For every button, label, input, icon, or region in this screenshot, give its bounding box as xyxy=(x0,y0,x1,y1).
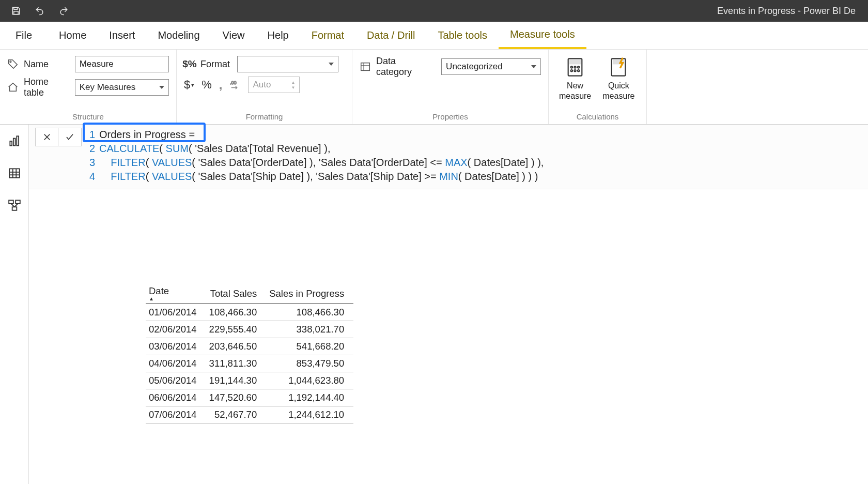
svg-point-10 xyxy=(574,66,576,68)
calculator-icon xyxy=(564,56,586,79)
group-label-formatting: Formatting xyxy=(184,110,345,124)
chevron-down-icon xyxy=(329,63,334,66)
svg-rect-8 xyxy=(570,61,580,64)
quick-measure-button[interactable]: Quick measure xyxy=(599,56,638,101)
currency-button[interactable]: $ ▾ xyxy=(184,78,194,92)
ribbon-group-formatting: $% Format $ ▾ % , .00 Auto xyxy=(177,50,352,124)
tag-icon xyxy=(7,58,19,70)
chevron-down-icon xyxy=(159,86,164,89)
format-dropdown[interactable] xyxy=(237,56,338,72)
formula-commit-button[interactable] xyxy=(58,128,81,146)
code-line: 3 FILTER( VALUES( 'Sales Data'[OrderDate… xyxy=(87,156,868,170)
chevron-down-icon xyxy=(531,65,536,68)
formula-editor[interactable]: 1Orders in Progress =2CALCULATE( SUM( 'S… xyxy=(87,125,868,189)
new-measure-button[interactable]: New measure xyxy=(556,56,594,101)
svg-point-14 xyxy=(578,70,579,71)
undo-icon[interactable] xyxy=(34,5,45,17)
table-row[interactable]: 01/06/2014108,466.30108,466.30 xyxy=(146,304,353,321)
column-header[interactable]: Date xyxy=(146,282,206,304)
svg-text:.00: .00 xyxy=(230,80,237,85)
percent-button[interactable]: % xyxy=(202,78,212,92)
ribbon: Name Measure Home table Key Measures Str… xyxy=(0,50,868,125)
window-title: Events in Progress - Power BI De xyxy=(717,6,858,17)
svg-rect-4 xyxy=(361,63,370,71)
quick-access-toolbar xyxy=(10,5,69,17)
svg-rect-25 xyxy=(9,200,13,204)
data-view-button[interactable] xyxy=(6,165,23,182)
datacat-value: Uncategorized xyxy=(446,62,503,72)
workspace: 1Orders in Progress =2CALCULATE( SUM( 'S… xyxy=(0,125,868,484)
formula-cancel-button[interactable] xyxy=(36,128,58,146)
group-label-calculations: Calculations xyxy=(556,110,639,124)
table-row[interactable]: 04/06/2014311,811.30853,479.50 xyxy=(146,355,353,372)
svg-rect-18 xyxy=(13,139,15,146)
new-measure-label: New measure xyxy=(559,81,591,101)
ribbon-tabs: File HomeInsertModelingViewHelpFormatDat… xyxy=(0,22,868,50)
hometable-value: Key Measures xyxy=(80,82,136,93)
name-value: Measure xyxy=(80,59,114,69)
thousands-button[interactable]: , xyxy=(219,78,223,92)
save-icon[interactable] xyxy=(10,5,22,17)
table-row[interactable]: 07/06/201452,467.701,244,612.10 xyxy=(146,406,353,424)
redo-icon[interactable] xyxy=(58,5,69,17)
tab-measure-tools[interactable]: Measure tools xyxy=(499,22,586,49)
decimal-places-input[interactable]: Auto ▲▼ xyxy=(248,77,300,93)
titlebar: Events in Progress - Power BI De xyxy=(0,0,868,22)
views-rail xyxy=(0,125,29,484)
format-label: Format xyxy=(200,59,230,70)
quick-measure-label: Quick measure xyxy=(602,81,634,101)
tab-data-drill[interactable]: Data / Drill xyxy=(355,22,426,49)
data-category-icon xyxy=(360,61,371,72)
report-view-button[interactable] xyxy=(6,133,23,149)
table-row[interactable]: 03/06/2014203,646.50541,668.20 xyxy=(146,338,353,355)
svg-point-13 xyxy=(574,70,576,71)
svg-line-28 xyxy=(11,204,14,207)
ribbon-group-structure: Name Measure Home table Key Measures Str… xyxy=(0,50,177,124)
file-tab[interactable]: File xyxy=(0,22,48,49)
svg-point-9 xyxy=(571,66,572,68)
calculator-bolt-icon xyxy=(607,56,630,79)
model-view-button[interactable] xyxy=(6,197,23,214)
ribbon-group-properties: Data category Uncategorized Properties xyxy=(352,50,549,124)
code-line: 2CALCULATE( SUM( 'Sales Data'[Total Reve… xyxy=(87,142,868,156)
format-icon: $% xyxy=(184,58,195,70)
svg-rect-1 xyxy=(14,11,18,14)
tab-view[interactable]: View xyxy=(211,22,256,49)
svg-rect-17 xyxy=(10,141,12,146)
tab-modeling[interactable]: Modeling xyxy=(146,22,211,49)
name-label: Name xyxy=(24,59,70,70)
table-row[interactable]: 06/06/2014147,520.601,192,144.40 xyxy=(146,389,353,406)
tab-insert[interactable]: Insert xyxy=(98,22,146,49)
home-icon xyxy=(7,82,19,93)
datacat-dropdown[interactable]: Uncategorized xyxy=(441,58,541,75)
svg-rect-26 xyxy=(16,200,20,204)
tab-format[interactable]: Format xyxy=(300,22,355,49)
svg-rect-0 xyxy=(14,7,18,9)
column-header[interactable]: Sales in Progress xyxy=(266,282,353,304)
group-label-structure: Structure xyxy=(7,110,169,124)
table-row[interactable]: 05/06/2014191,144.301,044,623.80 xyxy=(146,372,353,389)
code-line: 1Orders in Progress = xyxy=(87,128,868,142)
tab-table-tools[interactable]: Table tools xyxy=(426,22,499,49)
tab-help[interactable]: Help xyxy=(256,22,300,49)
name-input[interactable]: Measure xyxy=(75,56,169,72)
table-visual[interactable]: DateTotal SalesSales in Progress01/06/20… xyxy=(146,282,353,424)
report-canvas[interactable]: DateTotal SalesSales in Progress01/06/20… xyxy=(29,189,868,484)
column-header[interactable]: Total Sales xyxy=(206,282,267,304)
svg-rect-20 xyxy=(9,169,20,177)
decimal-shift-icon[interactable]: .00 xyxy=(229,79,241,90)
ribbon-group-calculations: New measure Quick measure Calculations xyxy=(549,50,647,124)
tab-home[interactable]: Home xyxy=(48,22,98,49)
decimal-places-value: Auto xyxy=(253,80,271,90)
hometable-label: Home table xyxy=(24,77,70,98)
code-line: 4 FILTER( VALUES( 'Sales Data'[Ship Date… xyxy=(87,170,868,184)
hometable-dropdown[interactable]: Key Measures xyxy=(75,79,169,96)
datacat-label: Data category xyxy=(376,56,433,78)
group-label-properties: Properties xyxy=(360,110,541,124)
svg-point-12 xyxy=(571,70,572,71)
main-area: 1Orders in Progress =2CALCULATE( SUM( 'S… xyxy=(29,125,868,484)
svg-rect-19 xyxy=(17,136,19,145)
table-row[interactable]: 02/06/2014229,555.40338,021.70 xyxy=(146,321,353,338)
svg-rect-27 xyxy=(12,207,17,210)
svg-point-11 xyxy=(578,66,579,68)
